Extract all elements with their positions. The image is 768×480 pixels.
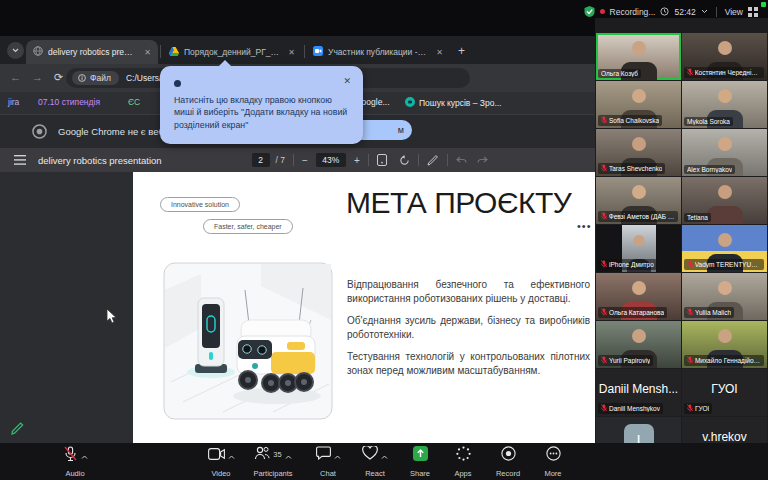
participant-tile-8[interactable]: iPhone Дмитро xyxy=(596,225,681,272)
rotate-icon[interactable] xyxy=(399,155,410,166)
participant-name-label: iPhone Дмитро xyxy=(598,259,657,270)
muted-mic-icon xyxy=(601,260,607,269)
view-button[interactable]: View xyxy=(725,7,743,17)
participant-name: iPhone Дмитро xyxy=(609,261,654,268)
bookmark-item-2[interactable]: ЄС xyxy=(128,97,140,107)
file-scheme-chip[interactable]: Файл xyxy=(72,71,119,85)
reload-button[interactable]: ⟳ xyxy=(54,71,63,84)
toolbar-button-label: Share xyxy=(410,469,430,478)
chevron-up-icon[interactable] xyxy=(381,446,388,464)
view-grid-icon[interactable] xyxy=(748,7,758,17)
bookmark-label: Пошук курсів – Зро... xyxy=(419,98,501,108)
back-button[interactable]: ← xyxy=(10,71,21,83)
annotate-pen-icon[interactable] xyxy=(427,154,439,166)
audio-icon xyxy=(63,446,78,466)
participant-tile-6[interactable]: Февзі Аметов (ДАБ М... xyxy=(596,177,681,224)
react-button[interactable]: React xyxy=(350,446,400,478)
pdf-document-title: delivery robotics presentation xyxy=(38,155,162,166)
chat-button[interactable]: Chat xyxy=(303,446,353,478)
participant-video-head xyxy=(632,137,646,151)
browser-tab-0[interactable]: delivery robotics presentation✕ xyxy=(26,40,158,64)
participant-tile-4[interactable]: Taras Shevchenko xyxy=(596,129,681,176)
participant-tile-3[interactable]: Mykola Soroka xyxy=(682,81,767,128)
browser-tab-1[interactable]: Порядок_денний_РГ_роботот✕ xyxy=(162,40,302,64)
delivery-robot-illustration xyxy=(163,262,333,420)
participant-name-label: Tetiana xyxy=(684,213,711,222)
participant-tile-13[interactable]: Михайло Геннадійов... xyxy=(682,321,767,368)
toolbar-button-label: Record xyxy=(496,469,520,478)
tab-divider xyxy=(160,45,161,58)
participant-name-label: Костянтин Чередніче... xyxy=(684,67,764,78)
zoom-out-button[interactable]: − xyxy=(302,155,308,166)
tab-close-icon[interactable]: ✕ xyxy=(288,48,295,57)
zoom-level[interactable]: 43% xyxy=(316,153,346,167)
badge-faster-safer-cheaper: Faster, safer, cheaper xyxy=(203,219,293,234)
clock-icon xyxy=(660,7,669,16)
record-button[interactable]: Record xyxy=(483,446,533,478)
participant-name: Михайло Геннадійов... xyxy=(695,357,761,364)
participant-video-head xyxy=(718,281,732,295)
participant-tile-7[interactable]: Tetiana xyxy=(682,177,767,224)
chevron-up-icon[interactable] xyxy=(334,446,341,464)
tab-search-button[interactable] xyxy=(7,42,24,59)
participant-name: Yurii Papiroviy xyxy=(609,357,650,364)
pdf-viewer-toolbar: delivery robotics presentation 2 / 7 − 4… xyxy=(0,148,595,172)
pdf-viewer-area[interactable]: Innovative solution Faster, safer, cheap… xyxy=(0,172,595,443)
bookmark-item-6[interactable]: Пошук курсів – Зро... xyxy=(405,97,501,109)
participant-tile-2[interactable]: Sofia Chaikovska xyxy=(596,81,681,128)
pdf-divider xyxy=(293,154,294,166)
participant-tile-1[interactable]: Костянтин Чередніче... xyxy=(682,33,767,80)
participant-video-head xyxy=(632,281,646,295)
bookmark-label: jira xyxy=(8,97,19,107)
apps-button[interactable]: Apps xyxy=(438,446,488,478)
new-tab-button[interactable]: + xyxy=(458,44,465,58)
bookmark-item-0[interactable]: jira xyxy=(8,97,19,107)
fit-page-icon[interactable] xyxy=(377,154,387,166)
toolbar-button-label: Audio xyxy=(65,469,84,478)
participant-name-label: Alex Bornyakov xyxy=(684,165,735,174)
menu-icon[interactable] xyxy=(14,155,26,165)
participant-tile-10[interactable]: Ольга Катаранова xyxy=(596,273,681,320)
tooltip-caret xyxy=(218,60,232,67)
muted-mic-icon xyxy=(601,308,607,317)
toolbar-button-label: React xyxy=(365,469,385,478)
chevron-up-icon[interactable] xyxy=(228,446,235,464)
chevron-up-icon[interactable] xyxy=(81,446,88,464)
more-icon xyxy=(546,446,561,465)
chevron-up-icon[interactable] xyxy=(285,446,292,464)
participant-name: Sofia Chaikovska xyxy=(609,117,659,124)
participant-video-head xyxy=(633,235,644,246)
tooltip-close-icon[interactable]: ✕ xyxy=(343,76,351,86)
participant-tile-14[interactable]: Daniil Mensh...Daniil Menshykov xyxy=(596,369,681,416)
participant-name: Ольга Козуб xyxy=(601,70,638,77)
video-button[interactable]: Video xyxy=(196,446,246,478)
audio-button[interactable]: Audio xyxy=(50,446,100,478)
participant-tile-0[interactable]: Ольга Козуб xyxy=(596,33,681,80)
participant-name-label: Mykola Soroka xyxy=(684,117,733,126)
react-icon xyxy=(362,446,378,464)
tab-strip: delivery robotics presentation✕Порядок_д… xyxy=(0,36,595,64)
bookmark-item-1[interactable]: 07.10 стипендія xyxy=(38,97,100,107)
participant-tile-12[interactable]: Yurii Papiroviy xyxy=(596,321,681,368)
tab-close-icon[interactable]: ✕ xyxy=(144,48,151,57)
chrome-browser-window: delivery robotics presentation✕Порядок_д… xyxy=(0,36,595,443)
page-number-input[interactable]: 2 xyxy=(252,153,270,167)
participant-video-head xyxy=(632,185,646,199)
participant-tile-9[interactable]: Vadym TERENTYUK (... xyxy=(682,225,767,272)
browser-tab-2[interactable]: Участник публикации - Zoom✕ xyxy=(306,40,450,64)
more-button[interactable]: More xyxy=(528,446,578,478)
participant-tile-15[interactable]: ГУОІГУОІ xyxy=(682,369,767,416)
participants-button[interactable]: 35Participants xyxy=(242,446,304,478)
annotation-pencil-icon[interactable] xyxy=(10,421,25,436)
forward-button[interactable]: → xyxy=(32,71,43,83)
tab-close-icon[interactable]: ✕ xyxy=(436,48,443,57)
participant-name-label: ГУОІ xyxy=(684,403,712,414)
participant-tile-11[interactable]: Yuliia Malich xyxy=(682,273,767,320)
redo-icon[interactable] xyxy=(477,156,488,165)
participant-tile-5[interactable]: Alex Bornyakov xyxy=(682,129,767,176)
undo-icon[interactable] xyxy=(456,156,467,165)
participant-video-head xyxy=(718,41,732,55)
zoom-in-button[interactable]: + xyxy=(354,155,360,166)
timer-chevron-icon[interactable] xyxy=(701,9,708,14)
bookmark-label: ЄС xyxy=(128,97,140,107)
